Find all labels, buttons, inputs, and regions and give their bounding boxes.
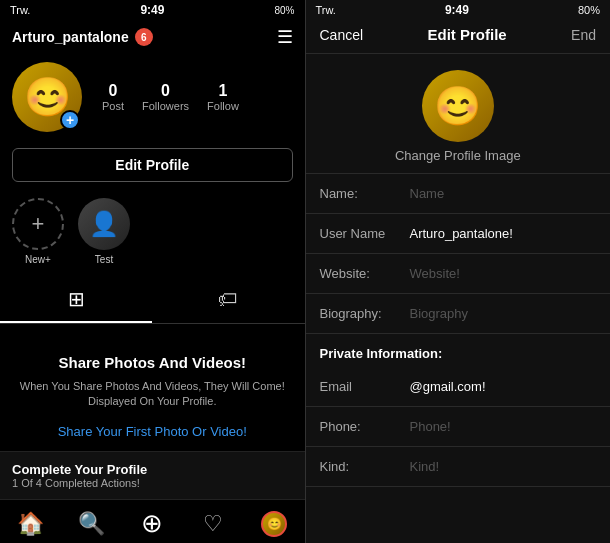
biography-input[interactable]: Biography [410,306,597,321]
phone-input[interactable]: Phone! [410,419,597,434]
top-bar-left: Arturo_pantalone 6 ☰ [0,20,305,54]
test-story-thumb: 👤 [78,198,130,250]
website-label: Website: [320,266,410,281]
name-label: Name: [320,186,410,201]
website-input[interactable]: Website! [410,266,597,281]
edit-top-bar: Cancel Edit Profile End [306,20,611,54]
end-button[interactable]: End [571,27,596,43]
time-right: 9:49 [445,3,469,17]
form-row-username[interactable]: User Name Arturo_pantalone! [306,214,611,254]
test-story-label: Test [95,254,113,265]
time-left: 9:49 [140,3,164,17]
nav-profile-avatar: 😊 [261,511,287,537]
right-panel: Trw. 9:49 80% Cancel Edit Profile End 😊 … [306,0,611,543]
cancel-button[interactable]: Cancel [320,27,364,43]
followers-count: 0 [142,82,189,100]
email-label: Email [320,379,410,394]
notification-badge: 6 [135,28,153,46]
edit-profile-title: Edit Profile [427,26,506,43]
username-label: User Name [320,226,410,241]
stats-row: 0 Post 0 Followers 1 Follow [102,82,239,112]
form-row-phone[interactable]: Phone: Phone! [306,407,611,447]
carrier-left: Trw. [10,4,30,16]
email-input[interactable]: @gmail.com! [410,379,597,394]
add-story-badge[interactable]: + [60,110,80,130]
biography-label: Biography: [320,306,410,321]
new-story-circle[interactable]: + [12,198,64,250]
kind-input[interactable]: Kind! [410,459,597,474]
tab-tag[interactable]: 🏷 [152,277,304,323]
form-row-email[interactable]: Email @gmail.com! [306,367,611,407]
add-icon: ⊕ [141,508,163,539]
battery-right: 80% [578,4,600,16]
share-photos-title: Share Photos And Videos! [58,354,246,371]
post-count: 0 [102,82,124,100]
bottom-nav: 🏠 🔍 ⊕ ♡ 😊 [0,499,305,543]
change-photo-label[interactable]: Change Profile Image [395,148,521,163]
nav-search[interactable]: 🔍 [61,508,122,539]
complete-profile-subtitle: 1 Of 4 Completed Actions! [12,477,293,489]
hamburger-icon[interactable]: ☰ [277,26,293,48]
avatar-container[interactable]: 😊 + [12,62,82,132]
grid-icon: ⊞ [68,287,85,311]
complete-profile-title: Complete Your Profile [12,462,293,477]
private-info-header: Private Information: [306,334,611,367]
tag-icon: 🏷 [218,288,238,311]
nav-add[interactable]: ⊕ [122,508,183,539]
stories-row: + New+ 👤 Test [0,190,305,273]
form-row-biography[interactable]: Biography: Biography [306,294,611,334]
tabs-row: ⊞ 🏷 [0,277,305,324]
nav-likes[interactable]: ♡ [183,508,244,539]
profile-section: 😊 + 0 Post 0 Followers 1 Follow [0,54,305,140]
form-row-name[interactable]: Name: Name [306,174,611,214]
empty-content: Share Photos And Videos! When You Share … [0,324,305,451]
stat-followers[interactable]: 0 Followers [142,82,189,112]
story-test[interactable]: 👤 Test [78,198,130,265]
kind-label: Kind: [320,459,410,474]
edit-profile-button[interactable]: Edit Profile [12,148,293,182]
heart-icon: ♡ [203,511,223,537]
phone-label: Phone: [320,419,410,434]
follow-label: Follow [207,100,239,112]
post-label: Post [102,100,124,112]
status-bar-right: Trw. 9:49 80% [306,0,611,20]
story-new[interactable]: + New+ [12,198,64,265]
share-first-photo-link[interactable]: Share Your First Photo Or Video! [58,424,247,439]
follow-count: 1 [207,82,239,100]
form-row-kind[interactable]: Kind: Kind! [306,447,611,487]
search-icon: 🔍 [78,511,105,537]
form-section: Name: Name User Name Arturo_pantalone! W… [306,174,611,543]
carrier-right: Trw. [316,4,336,16]
username-input[interactable]: Arturo_pantalone! [410,226,597,241]
nav-home[interactable]: 🏠 [0,508,61,539]
stat-post[interactable]: 0 Post [102,82,124,112]
complete-profile-bar[interactable]: Complete Your Profile 1 Of 4 Completed A… [0,451,305,499]
home-icon: 🏠 [17,511,44,537]
form-row-website[interactable]: Website: Website! [306,254,611,294]
edit-profile-avatar: 😊 [422,70,494,142]
username-badge: Arturo_pantalone 6 [12,28,153,46]
username-text: Arturo_pantalone [12,29,129,45]
battery-left: 80% [274,5,294,16]
nav-profile[interactable]: 😊 [244,508,305,539]
new-story-label: New+ [25,254,51,265]
share-photos-subtitle: When You Share Photos And Videos, They W… [16,379,289,410]
name-input[interactable]: Name [410,186,597,201]
stat-follow[interactable]: 1 Follow [207,82,239,112]
left-panel: Trw. 9:49 80% Arturo_pantalone 6 ☰ 😊 + 0… [0,0,305,543]
followers-label: Followers [142,100,189,112]
status-bar-left: Trw. 9:49 80% [0,0,305,20]
edit-avatar-section[interactable]: 😊 Change Profile Image [306,54,611,174]
tab-grid[interactable]: ⊞ [0,277,152,323]
